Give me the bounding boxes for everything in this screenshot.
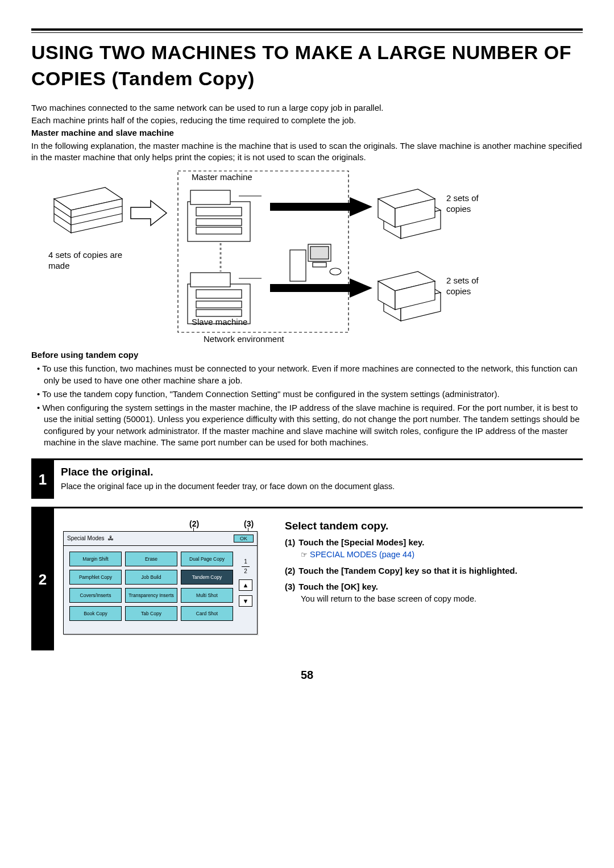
svg-rect-24 bbox=[310, 247, 329, 259]
btn-dual-page-copy[interactable]: Dual Page Copy bbox=[181, 552, 233, 566]
svg-rect-13 bbox=[196, 227, 242, 234]
step-2: 2 (2) (3) Special Modes 🖧 OK Margin Shif… bbox=[31, 508, 583, 650]
page-indicator-top: 1 bbox=[244, 558, 247, 565]
panel-header: Special Modes bbox=[67, 535, 105, 542]
ss2-num: (2) bbox=[285, 565, 295, 577]
svg-rect-25 bbox=[313, 262, 326, 267]
special-modes-panel: Special Modes 🖧 OK Margin Shift Erase Du… bbox=[63, 531, 258, 635]
svg-rect-10 bbox=[190, 190, 230, 205]
ss3-num: (3) bbox=[285, 581, 295, 592]
page-indicator: 1 2 bbox=[242, 558, 250, 575]
btn-job-build[interactable]: Job Build bbox=[125, 570, 177, 585]
svg-point-26 bbox=[330, 268, 341, 275]
scroll-up-button[interactable]: ▲ bbox=[239, 579, 252, 591]
special-modes-link[interactable]: SPECIAL MODES (page 44) bbox=[310, 550, 414, 559]
btn-tandem-copy[interactable]: Tandem Copy bbox=[181, 570, 233, 585]
pointing-hand-icon: ☞ bbox=[301, 550, 308, 559]
tandem-diagram: 4 sets of copies are made Master machine… bbox=[31, 168, 583, 344]
svg-rect-19 bbox=[196, 310, 242, 316]
svg-rect-18 bbox=[196, 301, 242, 308]
btn-card-shot[interactable]: Card Shot bbox=[181, 606, 233, 621]
ss3-text: You will return to the base screen of co… bbox=[301, 594, 580, 605]
btn-tab-copy[interactable]: Tab Copy bbox=[125, 606, 177, 621]
step-1-title: Place the original. bbox=[61, 465, 580, 479]
substep-2: (2) Touch the [Tandem Copy] key so that … bbox=[285, 565, 580, 577]
marker-3: (3) bbox=[244, 519, 254, 529]
intro-block: Two machines connected to the same netwo… bbox=[31, 102, 583, 163]
btn-covers-inserts[interactable]: Covers/Inserts bbox=[69, 588, 122, 603]
ss1-num: (1) bbox=[285, 537, 295, 548]
svg-rect-12 bbox=[196, 219, 242, 226]
right-caption-top: 2 sets of copies bbox=[446, 193, 492, 215]
intro-line-1: Two machines connected to the same netwo… bbox=[31, 102, 583, 114]
double-rule bbox=[31, 28, 583, 33]
left-caption: 4 sets of copies are made bbox=[48, 250, 139, 272]
before-heading: Before using tandem copy bbox=[31, 349, 583, 361]
ss1-head: Touch the [Special Modes] key. bbox=[298, 537, 424, 548]
before-bullets: To use this function, two machines must … bbox=[31, 363, 583, 448]
btn-pamphlet-copy[interactable]: Pamphlet Copy bbox=[69, 570, 122, 585]
svg-marker-7 bbox=[131, 201, 167, 226]
btn-erase[interactable]: Erase bbox=[125, 552, 177, 566]
scroll-down-button[interactable]: ▼ bbox=[239, 595, 252, 607]
svg-rect-16 bbox=[190, 273, 230, 287]
ss3-head: Touch the [OK] key. bbox=[298, 581, 377, 592]
svg-marker-28 bbox=[350, 197, 372, 216]
btn-multi-shot[interactable]: Multi Shot bbox=[181, 588, 233, 603]
step-1: 1 Place the original. Place the original… bbox=[31, 460, 583, 499]
btn-margin-shift[interactable]: Margin Shift bbox=[69, 552, 122, 566]
page-indicator-bottom: 2 bbox=[244, 568, 247, 574]
substep-1: (1) Touch the [Special Modes] key. ☞ SPE… bbox=[285, 537, 580, 561]
page-title: USING TWO MACHINES TO MAKE A LARGE NUMBE… bbox=[31, 40, 583, 92]
step-2-number: 2 bbox=[31, 508, 54, 650]
intro-line-2: Each machine prints half of the copies, … bbox=[31, 115, 583, 126]
svg-rect-27 bbox=[270, 203, 350, 211]
marker-2: (2) bbox=[189, 519, 199, 529]
svg-rect-11 bbox=[196, 207, 242, 216]
step-2-title: Select tandem copy. bbox=[285, 519, 580, 533]
master-slave-text: In the following explanation, the master… bbox=[31, 140, 583, 164]
step-1-number: 1 bbox=[31, 460, 54, 499]
network-label: Network environment bbox=[204, 334, 284, 345]
master-label: Master machine bbox=[192, 172, 252, 183]
step-1-text: Place the original face up in the docume… bbox=[61, 481, 580, 493]
svg-rect-29 bbox=[270, 284, 350, 292]
ok-button[interactable]: OK bbox=[234, 535, 254, 542]
right-caption-bottom: 2 sets of copies bbox=[446, 276, 492, 297]
btn-transparency-inserts[interactable]: Transparency Inserts bbox=[125, 588, 177, 603]
slave-label: Slave machine bbox=[192, 317, 247, 328]
master-slave-heading: Master machine and slave machine bbox=[31, 127, 583, 139]
svg-rect-22 bbox=[290, 250, 306, 281]
substep-3: (3) Touch the [OK] key. You will return … bbox=[285, 581, 580, 605]
svg-marker-30 bbox=[350, 278, 372, 298]
page-number: 58 bbox=[31, 667, 583, 683]
svg-rect-17 bbox=[196, 290, 242, 298]
bullet-1: To use this function, two machines must … bbox=[44, 363, 583, 386]
ss2-head: Touch the [Tandem Copy] key so that it i… bbox=[298, 565, 517, 577]
btn-book-copy[interactable]: Book Copy bbox=[69, 606, 122, 621]
bullet-2: To use the tandem copy function, "Tandem… bbox=[44, 389, 583, 400]
bullet-3: When configuring the system settings in … bbox=[44, 402, 583, 448]
panel-network-icon: 🖧 bbox=[108, 535, 114, 542]
